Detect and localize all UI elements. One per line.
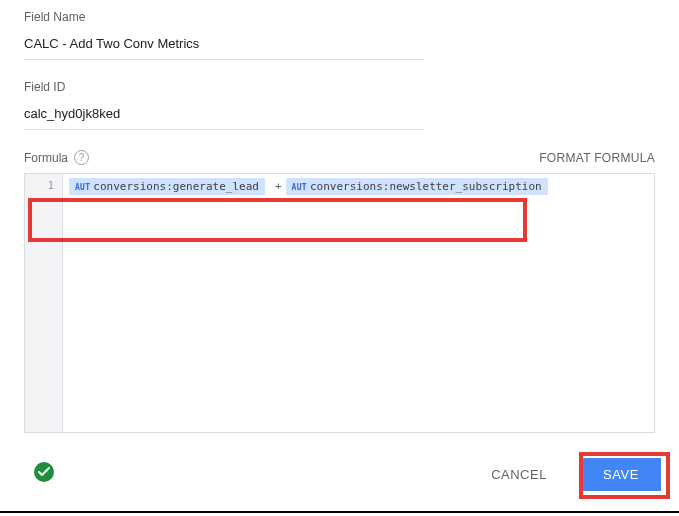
editor-content[interactable]: AUTconversions:generate_lead+AUTconversi… bbox=[63, 174, 654, 432]
field-id-input[interactable]: calc_hyd0jk8ked bbox=[24, 102, 424, 130]
formula-token[interactable]: AUTconversions:newsletter_subscription bbox=[286, 178, 548, 195]
formula-label: Formula bbox=[24, 151, 68, 165]
field-name-label: Field Name bbox=[24, 10, 655, 24]
help-icon[interactable]: ? bbox=[74, 150, 89, 165]
save-button[interactable]: SAVE bbox=[581, 458, 661, 491]
field-name-input[interactable]: CALC - Add Two Conv Metrics bbox=[24, 32, 424, 60]
format-formula-button[interactable]: FORMAT FORMULA bbox=[539, 151, 655, 165]
valid-check-icon bbox=[34, 462, 54, 482]
cancel-button[interactable]: CANCEL bbox=[475, 458, 563, 491]
formula-editor[interactable]: 1 AUTconversions:generate_lead+AUTconver… bbox=[24, 173, 655, 433]
action-bar: CANCEL SAVE bbox=[0, 448, 679, 513]
formula-token[interactable]: AUTconversions:generate_lead bbox=[69, 178, 265, 195]
operator: + bbox=[275, 180, 282, 193]
editor-gutter: 1 bbox=[25, 174, 63, 432]
field-id-label: Field ID bbox=[24, 80, 655, 94]
line-number: 1 bbox=[25, 179, 54, 192]
